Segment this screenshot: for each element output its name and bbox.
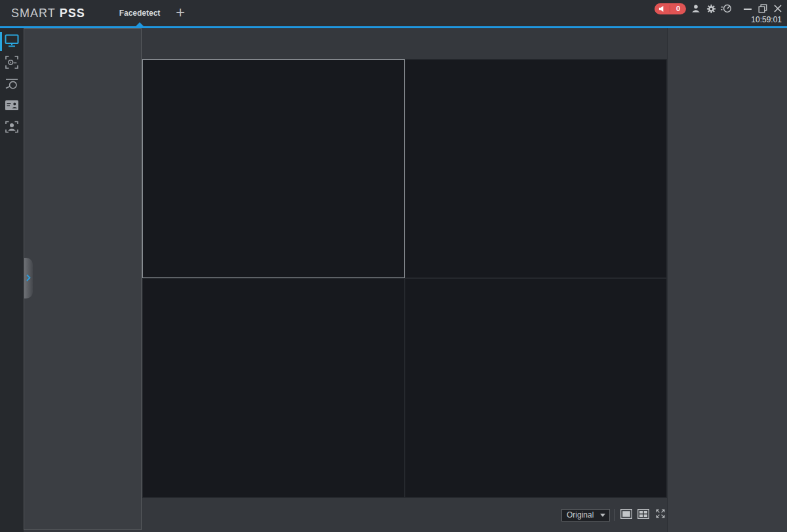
logo-smart: SMART <box>11 7 56 20</box>
title-bar: SMART PSS Facedetect + 0 <box>0 0 787 26</box>
monitor-icon <box>5 33 19 50</box>
module-sidebar <box>0 28 24 532</box>
sidebar-item-face-recognition[interactable] <box>0 117 24 139</box>
sidebar-item-live-view[interactable] <box>0 31 24 52</box>
view-toolbar: Original <box>561 508 666 522</box>
id-card-icon <box>5 98 19 115</box>
fullscreen-icon <box>655 508 666 522</box>
fullscreen-button[interactable] <box>654 509 666 521</box>
restore-icon[interactable] <box>757 3 769 14</box>
minimize-icon[interactable] <box>742 3 754 15</box>
chevron-right-icon <box>26 272 31 284</box>
video-wall-area <box>142 28 667 532</box>
record-search-icon <box>5 77 19 94</box>
new-tab-button[interactable]: + <box>172 0 189 26</box>
sidebar-item-person-id[interactable] <box>0 96 24 117</box>
single-view-icon <box>620 509 632 522</box>
video-grid <box>142 59 667 498</box>
video-cell-1[interactable] <box>142 59 405 278</box>
video-cell-4[interactable] <box>405 278 667 498</box>
close-icon[interactable] <box>772 3 784 14</box>
device-tree-panel <box>24 28 142 530</box>
app-logo: SMART PSS <box>11 0 85 26</box>
settings-gear-icon[interactable] <box>705 3 717 14</box>
scale-dropdown-value: Original <box>562 510 600 521</box>
video-cell-2[interactable] <box>405 59 667 278</box>
netspeed-gauge-icon[interactable] <box>720 3 732 14</box>
face-results-panel <box>667 28 787 532</box>
face-search-icon <box>5 55 19 72</box>
face-recognition-icon <box>5 120 19 136</box>
quad-view-button[interactable] <box>637 509 649 521</box>
logo-pss: PSS <box>60 7 85 20</box>
alarm-count: 0 <box>670 3 686 14</box>
toolbar-divider <box>615 509 615 521</box>
user-icon[interactable] <box>690 3 702 14</box>
speaker-icon <box>655 5 670 12</box>
scale-dropdown[interactable]: Original <box>561 509 610 522</box>
caret-down-icon <box>600 514 605 517</box>
smartpss-window: SMART PSS Facedetect + 0 <box>0 0 787 532</box>
quad-view-icon <box>637 509 649 522</box>
active-item-bar <box>0 32 2 51</box>
video-cell-3[interactable] <box>142 278 405 498</box>
panel-collapse-handle[interactable] <box>24 258 33 298</box>
clock: 10:59:01 <box>751 15 782 24</box>
sidebar-item-record-search[interactable] <box>0 74 24 96</box>
single-view-button[interactable] <box>620 509 632 521</box>
sidebar-item-face-search[interactable] <box>0 52 24 74</box>
alarm-counter-badge[interactable]: 0 <box>655 3 686 14</box>
